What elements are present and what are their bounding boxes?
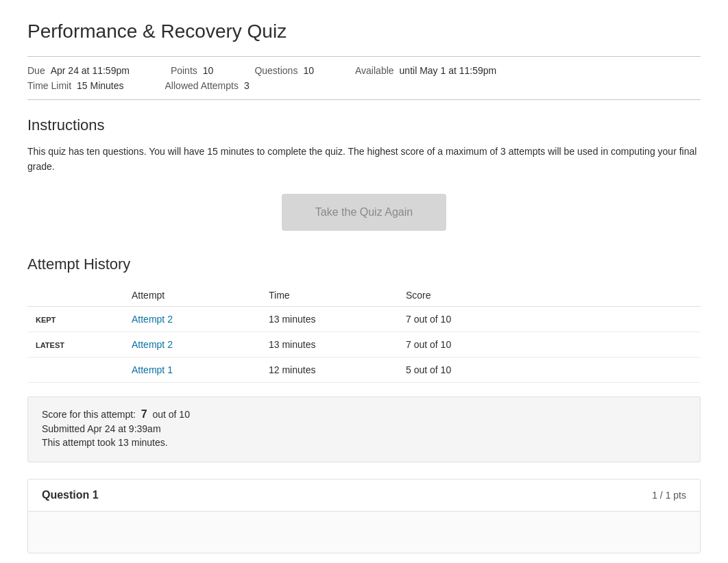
allowed-attempts-value: 3 <box>244 80 250 91</box>
score-suffix: out of 10 <box>152 409 190 420</box>
meta-available: Available until May 1 at 11:59pm <box>355 65 496 76</box>
col-header-score: Score <box>398 284 701 307</box>
page-title: Performance & Recovery Quiz <box>27 21 701 42</box>
submitted-text: Submitted Apr 24 at 9:39am <box>42 423 686 434</box>
attempt-score-3: 5 out of 10 <box>398 357 701 382</box>
question-section: Question 1 1 / 1 pts <box>27 479 701 553</box>
questions-value: 10 <box>303 65 314 76</box>
attempt-score-2: 7 out of 10 <box>398 331 701 357</box>
time-limit-value: 15 Minutes <box>77 80 123 91</box>
instructions-text: This quiz has ten questions. You will ha… <box>27 144 701 175</box>
col-header-time: Time <box>260 284 398 307</box>
time-limit-label: Time Limit <box>27 80 71 91</box>
questions-label: Questions <box>254 65 298 76</box>
meta-points: Points 10 <box>171 65 214 76</box>
score-value: 7 <box>141 408 147 420</box>
table-row: KEPT Attempt 2 13 minutes 7 out of 10 <box>27 306 701 331</box>
meta-section: Due Apr 24 at 11:59pm Points 10 Question… <box>27 56 701 100</box>
score-summary: Score for this attempt: 7 out of 10 Subm… <box>27 397 701 462</box>
allowed-attempts-label: Allowed Attempts <box>165 80 239 91</box>
attempt-link-2[interactable]: Attempt 2 <box>132 339 173 350</box>
attempt-score-1: 7 out of 10 <box>398 306 701 331</box>
table-row: LATEST Attempt 2 13 minutes 7 out of 10 <box>27 331 701 357</box>
meta-due: Due Apr 24 at 11:59pm <box>27 65 130 76</box>
question-header: Question 1 1 / 1 pts <box>28 479 700 512</box>
duration-text: This attempt took 13 minutes. <box>42 437 686 448</box>
meta-questions: Questions 10 <box>254 65 314 76</box>
col-header-badge <box>27 284 123 307</box>
instructions-heading: Instructions <box>27 116 701 134</box>
table-row: Attempt 1 12 minutes 5 out of 10 <box>27 357 701 382</box>
meta-time-limit: Time Limit 15 Minutes <box>27 80 124 91</box>
badge-latest: LATEST <box>36 341 64 349</box>
attempt-link-3[interactable]: Attempt 1 <box>132 364 173 375</box>
score-line: Score for this attempt: 7 out of 10 <box>42 408 686 421</box>
meta-allowed-attempts: Allowed Attempts 3 <box>165 80 250 91</box>
take-quiz-button[interactable]: Take the Quiz Again <box>282 194 446 231</box>
points-label: Points <box>171 65 197 76</box>
available-value: until May 1 at 11:59pm <box>400 65 497 76</box>
due-label: Due <box>27 65 45 76</box>
attempt-history-table: Attempt Time Score KEPT Attempt 2 13 min… <box>27 284 701 383</box>
available-label: Available <box>355 65 394 76</box>
attempt-time-3: 12 minutes <box>260 357 398 382</box>
meta-row-2: Time Limit 15 Minutes Allowed Attempts 3 <box>27 80 701 91</box>
due-value: Apr 24 at 11:59pm <box>51 65 130 76</box>
badge-kept: KEPT <box>36 316 56 324</box>
attempt-link-1[interactable]: Attempt 2 <box>132 314 173 325</box>
meta-row-1: Due Apr 24 at 11:59pm Points 10 Question… <box>27 65 701 76</box>
question-title: Question 1 <box>42 489 99 501</box>
attempt-history-heading: Attempt History <box>27 255 701 273</box>
question-body <box>28 512 700 553</box>
attempt-time-1: 13 minutes <box>260 306 398 331</box>
points-value: 10 <box>203 65 214 76</box>
col-header-attempt: Attempt <box>123 284 260 307</box>
attempt-time-2: 13 minutes <box>260 331 398 357</box>
score-for-attempt-label: Score for this attempt: <box>42 409 136 420</box>
question-pts: 1 / 1 pts <box>652 490 686 501</box>
